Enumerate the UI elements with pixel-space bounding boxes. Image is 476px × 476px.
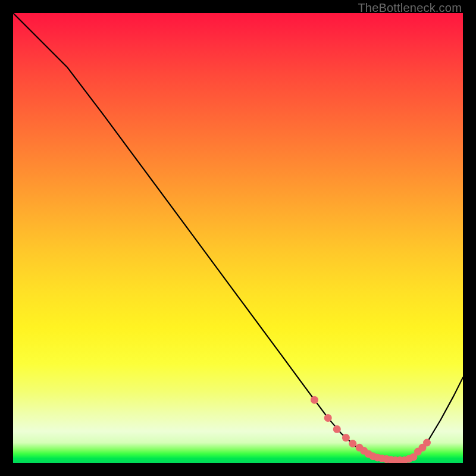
watermark-label: TheBottleneck.com <box>358 1 462 15</box>
curve-marker <box>311 396 318 404</box>
chart-overlay <box>13 13 463 463</box>
curve-markers <box>311 396 431 463</box>
chart-frame: TheBottleneck.com <box>0 0 476 476</box>
curve-marker <box>349 440 356 447</box>
curve-marker <box>423 439 431 447</box>
curve-marker <box>333 425 341 433</box>
curve-marker <box>324 414 332 422</box>
curve-marker <box>342 434 350 441</box>
bottleneck-curve <box>13 13 463 461</box>
